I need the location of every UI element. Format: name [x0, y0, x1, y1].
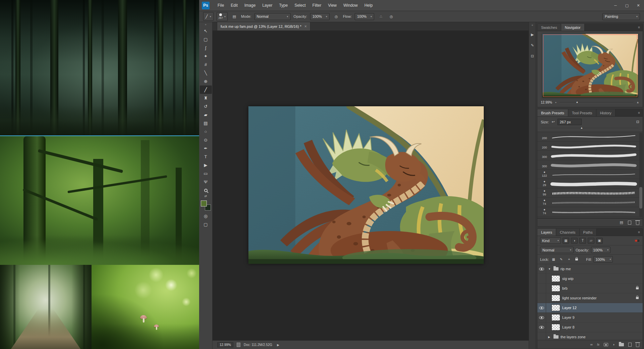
pen-tool[interactable]: ✒: [200, 144, 212, 153]
pressure-opacity-button[interactable]: ◎: [333, 13, 340, 20]
panel-menu-icon[interactable]: ≡: [635, 109, 643, 116]
visibility-toggle[interactable]: [537, 323, 546, 332]
expand-panels-chevron[interactable]: «: [531, 23, 533, 27]
layer-opacity-select[interactable]: 100%▾: [591, 247, 610, 253]
layer-name[interactable]: sig wip: [562, 277, 574, 281]
slider-thumb[interactable]: ▲: [580, 126, 583, 129]
lock-all-button[interactable]: [574, 257, 580, 262]
status-options-arrow[interactable]: ▶: [277, 343, 279, 347]
magic-wand-tool[interactable]: ✦: [200, 52, 212, 60]
brush-preset-row[interactable]: 200: [537, 132, 643, 141]
type-tool[interactable]: T: [200, 153, 212, 161]
scrollbar-thumb[interactable]: [639, 187, 642, 209]
artwork-document[interactable]: [248, 106, 484, 264]
reference-image-misty-path[interactable]: [0, 265, 92, 349]
minimize-button[interactable]: ─: [610, 2, 621, 9]
visibility-toggle[interactable]: [537, 274, 546, 283]
menu-file[interactable]: File: [214, 0, 227, 11]
menu-type[interactable]: Type: [276, 0, 291, 11]
close-tab-icon[interactable]: ×: [304, 24, 307, 29]
crop-tool[interactable]: #: [200, 60, 212, 69]
zoom-in-icon[interactable]: ▲: [636, 101, 639, 104]
layer-thumbnail[interactable]: [551, 304, 560, 311]
menu-help[interactable]: Help: [361, 0, 376, 11]
layer-thumbnail[interactable]: [551, 314, 560, 321]
filter-shape-button[interactable]: ▱: [588, 238, 594, 244]
brush-preset-row[interactable]: ✦74: [537, 198, 643, 207]
reset-size-icon[interactable]: ↩: [551, 120, 554, 124]
clone-source-panel-icon[interactable]: ⊡: [529, 53, 535, 59]
panel-menu-icon[interactable]: ≡: [635, 229, 643, 236]
tab-navigator[interactable]: Navigator: [561, 24, 585, 31]
brush-panel-icon[interactable]: ✎: [529, 42, 535, 48]
eyedropper-tool[interactable]: ╲: [200, 69, 212, 77]
zoom-tool[interactable]: [200, 186, 212, 194]
layer-row[interactable]: brb: [537, 284, 643, 293]
layer-row[interactable]: Layer 9: [537, 313, 643, 323]
add-mask-icon[interactable]: [604, 343, 608, 346]
tab-channels[interactable]: Channels: [556, 229, 579, 236]
tab-brush-presets[interactable]: Brush Presets: [537, 109, 568, 116]
brush-tool[interactable]: ╱: [200, 85, 212, 94]
visibility-toggle[interactable]: [537, 332, 546, 340]
pressure-size-button[interactable]: ◎: [388, 13, 395, 20]
hand-tool[interactable]: Ψ: [200, 178, 212, 186]
collapse-triangle-icon[interactable]: ▼: [548, 268, 551, 271]
blur-tool[interactable]: ○: [200, 127, 212, 136]
layer-thumbnail[interactable]: [551, 324, 560, 331]
healing-brush-tool[interactable]: ⊕: [200, 77, 212, 85]
stroke-preview-toggle-icon[interactable]: ▤: [620, 220, 623, 225]
delete-brush-icon[interactable]: [636, 221, 639, 225]
new-brush-icon[interactable]: [628, 221, 631, 225]
document-tab[interactable]: fuck me up fam.psd @ 13% (Layer 12, RGB/…: [217, 22, 310, 31]
visibility-toggle[interactable]: [537, 284, 546, 293]
brush-preset-row[interactable]: ✦29: [537, 179, 643, 188]
menu-window[interactable]: Window: [340, 0, 361, 11]
lock-transparency-button[interactable]: ▦: [550, 257, 557, 262]
scrollbar[interactable]: [639, 133, 642, 217]
filter-toggle-switch[interactable]: [634, 239, 640, 242]
layer-name[interactable]: Layer 8: [562, 325, 575, 329]
visibility-toggle[interactable]: [537, 313, 546, 322]
collapse-triangle-icon[interactable]: ▶: [548, 336, 551, 339]
layer-row-group[interactable]: ▼rip me: [537, 264, 643, 274]
clone-stamp-tool[interactable]: ♜: [200, 94, 212, 102]
menu-image[interactable]: Image: [241, 0, 259, 11]
slider-thumb[interactable]: ▲: [576, 101, 579, 104]
lock-pixels-button[interactable]: ✎: [558, 257, 564, 262]
visibility-toggle[interactable]: [537, 264, 546, 274]
link-layers-icon[interactable]: ∞: [590, 343, 593, 346]
tab-history[interactable]: History: [596, 109, 616, 116]
layer-name[interactable]: brb: [562, 286, 568, 290]
new-layer-icon[interactable]: [628, 343, 632, 347]
brush-size-slider[interactable]: ▲: [541, 126, 639, 130]
visibility-toggle[interactable]: [537, 293, 546, 303]
tab-swatches[interactable]: Swatches: [537, 24, 561, 31]
layer-name[interactable]: light source reminder: [562, 296, 597, 300]
airbrush-button[interactable]: ∴: [377, 13, 385, 20]
brush-preset-row[interactable]: ✦99: [537, 188, 643, 198]
filter-smart-object-button[interactable]: ▣: [596, 238, 603, 244]
layer-row-group[interactable]: ▶the layers zone: [537, 332, 643, 340]
lasso-tool[interactable]: ʃ: [200, 44, 212, 52]
path-select-tool[interactable]: ▶: [200, 161, 212, 169]
layer-fill-select[interactable]: 100%▾: [593, 256, 613, 263]
brush-preset-row[interactable]: ✦74: [537, 207, 643, 217]
reference-image-moss-mushrooms[interactable]: [92, 265, 199, 349]
eraser-tool[interactable]: ▰: [200, 111, 212, 119]
filter-kind-select[interactable]: Kind▾: [540, 237, 561, 244]
history-brush-tool[interactable]: ↺: [200, 102, 212, 111]
layer-thumbnail[interactable]: [551, 275, 560, 282]
tool-preset-picker[interactable]: ╱▾: [203, 12, 214, 21]
panel-menu-icon[interactable]: ≡: [635, 24, 643, 31]
navigator-preview[interactable]: [542, 34, 638, 98]
screen-mode-button[interactable]: ▢: [200, 220, 212, 229]
layer-style-icon[interactable]: fx: [597, 343, 599, 346]
blend-mode-select[interactable]: Normal▾: [254, 13, 291, 20]
menu-edit[interactable]: Edit: [227, 0, 241, 11]
visibility-toggle[interactable]: [537, 303, 546, 312]
layer-name[interactable]: the layers zone: [561, 335, 586, 339]
zoom-level-field[interactable]: 12.99%: [217, 342, 233, 347]
filter-pixel-button[interactable]: ▦: [563, 238, 569, 244]
opacity-select[interactable]: 100%▾: [310, 13, 330, 20]
